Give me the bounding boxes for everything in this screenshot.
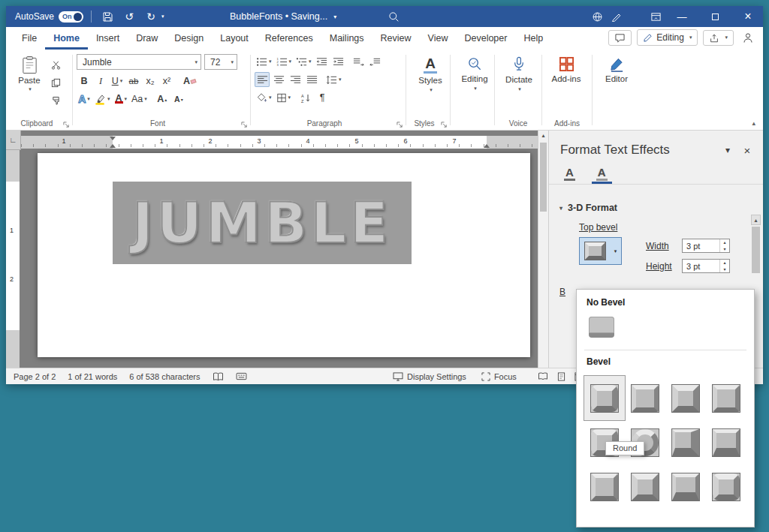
word-count[interactable]: 1 of 21 words bbox=[68, 372, 117, 381]
chevron-down-icon[interactable]: ▾ bbox=[718, 142, 737, 158]
bevel-option[interactable] bbox=[665, 420, 706, 464]
stepper-down-icon[interactable]: ▾ bbox=[720, 266, 729, 273]
autosave-switch[interactable]: On bbox=[59, 11, 83, 23]
align-center-button[interactable] bbox=[271, 72, 286, 87]
text-highlight-button[interactable]: ▾ bbox=[93, 92, 112, 107]
top-bevel-button[interactable]: ▾ bbox=[579, 237, 622, 265]
right-to-left-icon[interactable] bbox=[368, 54, 383, 69]
align-left-button[interactable] bbox=[255, 72, 270, 87]
tab-draw[interactable]: Draw bbox=[128, 27, 166, 50]
tab-layout[interactable]: Layout bbox=[212, 27, 257, 50]
no-bevel-option[interactable] bbox=[589, 317, 614, 338]
shading-button[interactable]: ▾ bbox=[255, 90, 273, 105]
tab-home[interactable]: Home bbox=[45, 27, 88, 50]
left-indent-marker[interactable] bbox=[110, 144, 116, 148]
close-icon[interactable]: × bbox=[737, 142, 757, 158]
tab-design[interactable]: Design bbox=[166, 27, 212, 50]
clear-formatting-button[interactable]: A bbox=[182, 74, 198, 89]
tab-text-fill-outline[interactable]: A bbox=[562, 166, 578, 184]
editing-mode-button[interactable]: Editing ▾ bbox=[637, 29, 698, 46]
bevel-option[interactable] bbox=[584, 464, 625, 509]
text-effects-button[interactable]: A▾ bbox=[77, 92, 92, 107]
search-icon[interactable] bbox=[385, 8, 402, 26]
styles-button[interactable]: A Styles ▾ bbox=[410, 53, 451, 93]
character-count[interactable]: 6 of 538 characters bbox=[129, 372, 200, 381]
proofing-icon[interactable] bbox=[213, 372, 224, 381]
display-settings-button[interactable]: Display Settings bbox=[393, 372, 466, 381]
font-name-combo[interactable]: Jumble ▾ bbox=[77, 54, 201, 70]
left-to-right-icon[interactable] bbox=[351, 54, 366, 69]
focus-button[interactable]: Focus bbox=[481, 372, 517, 381]
stepper-up-icon[interactable]: ▴ bbox=[720, 260, 729, 266]
addins-button[interactable]: Add-ins bbox=[546, 53, 587, 83]
grow-font-button[interactable]: A▴ bbox=[155, 92, 170, 107]
font-color-button[interactable]: A ▾ bbox=[113, 92, 129, 107]
user-icon[interactable] bbox=[739, 31, 757, 45]
bevel-option[interactable] bbox=[625, 376, 665, 420]
dialog-launcher-icon[interactable] bbox=[397, 122, 403, 128]
tab-developer[interactable]: Developer bbox=[456, 27, 515, 50]
subscript-button[interactable]: x₂ bbox=[143, 74, 158, 89]
undo-icon[interactable]: ↺ bbox=[121, 8, 137, 26]
tab-insert[interactable]: Insert bbox=[88, 27, 128, 50]
comments-button[interactable] bbox=[608, 30, 632, 46]
presence-globe-icon[interactable] bbox=[589, 8, 605, 26]
bevel-option[interactable] bbox=[584, 376, 625, 420]
sort-button[interactable]: AZ bbox=[298, 90, 313, 105]
tab-text-effects[interactable]: A bbox=[594, 166, 610, 184]
scroll-up-icon[interactable]: ▴ bbox=[751, 215, 761, 225]
align-right-button[interactable] bbox=[288, 72, 303, 87]
section-3d-format[interactable]: ▾ 3-D Format bbox=[559, 203, 752, 213]
increase-indent-button[interactable] bbox=[331, 54, 346, 69]
scrollbar-thumb[interactable] bbox=[540, 143, 547, 212]
document-page[interactable]: JUMBLE bbox=[38, 153, 530, 357]
ribbon-display-options-icon[interactable] bbox=[647, 8, 664, 26]
dialog-launcher-icon[interactable] bbox=[63, 122, 70, 128]
decrease-indent-button[interactable] bbox=[315, 54, 330, 69]
cut-icon[interactable] bbox=[48, 57, 63, 72]
scroll-up-icon[interactable]: ▴ bbox=[538, 131, 548, 141]
autosave-toggle[interactable]: AutoSave On bbox=[15, 11, 83, 23]
bullet-list-button[interactable]: ▾ bbox=[255, 54, 273, 69]
document-title[interactable]: BubbleFonts • Saving... ▾ bbox=[230, 6, 336, 27]
text-predictions-icon[interactable] bbox=[236, 372, 247, 380]
format-painter-icon[interactable] bbox=[48, 93, 63, 108]
stepper-up-icon[interactable]: ▴ bbox=[720, 239, 729, 246]
superscript-button[interactable]: x² bbox=[159, 74, 174, 89]
change-case-button[interactable]: Aa▾ bbox=[130, 92, 149, 107]
document-text[interactable]: JUMBLE bbox=[132, 191, 391, 255]
paste-button[interactable]: Paste ▾ bbox=[13, 53, 46, 108]
borders-button[interactable]: ▾ bbox=[275, 90, 293, 105]
numbered-list-button[interactable]: 123 ▾ bbox=[275, 54, 294, 69]
bevel-option[interactable] bbox=[706, 420, 746, 464]
tab-view[interactable]: View bbox=[420, 27, 457, 50]
tab-help[interactable]: Help bbox=[515, 27, 551, 50]
scrollbar-thumb[interactable] bbox=[752, 227, 760, 273]
tab-mailings[interactable]: Mailings bbox=[321, 27, 372, 50]
tab-selector[interactable]: ∟ bbox=[6, 131, 21, 150]
italic-button[interactable]: I bbox=[93, 74, 108, 89]
bevel-option[interactable] bbox=[706, 464, 746, 509]
tab-references[interactable]: References bbox=[257, 27, 321, 50]
editor-button[interactable]: Editor bbox=[596, 53, 637, 83]
bevel-option[interactable] bbox=[665, 464, 706, 509]
editing-button[interactable]: Editing ▾ bbox=[454, 53, 495, 92]
copy-icon[interactable] bbox=[48, 75, 63, 90]
document-scrollbar[interactable]: ▴ bbox=[538, 131, 548, 368]
line-spacing-button[interactable]: ▾ bbox=[324, 72, 343, 87]
bold-button[interactable]: B bbox=[77, 74, 92, 89]
dialog-launcher-icon[interactable] bbox=[241, 122, 248, 128]
save-icon[interactable] bbox=[99, 8, 116, 26]
width-field[interactable]: 3 pt ▴▾ bbox=[682, 239, 730, 253]
share-button[interactable]: ▾ bbox=[703, 30, 734, 46]
redo-icon[interactable]: ↻ bbox=[143, 8, 159, 26]
print-layout-icon[interactable] bbox=[557, 372, 565, 381]
shrink-font-button[interactable]: A▾ bbox=[171, 92, 186, 107]
maximize-button[interactable] bbox=[700, 6, 730, 27]
stepper-down-icon[interactable]: ▾ bbox=[720, 246, 729, 253]
show-formatting-marks-button[interactable]: ¶ bbox=[315, 90, 330, 105]
underline-button[interactable]: U▾ bbox=[110, 74, 125, 89]
multilevel-list-button[interactable]: ▾ bbox=[294, 54, 313, 69]
tab-review[interactable]: Review bbox=[372, 27, 420, 50]
page-indicator[interactable]: Page 2 of 2 bbox=[14, 372, 56, 381]
